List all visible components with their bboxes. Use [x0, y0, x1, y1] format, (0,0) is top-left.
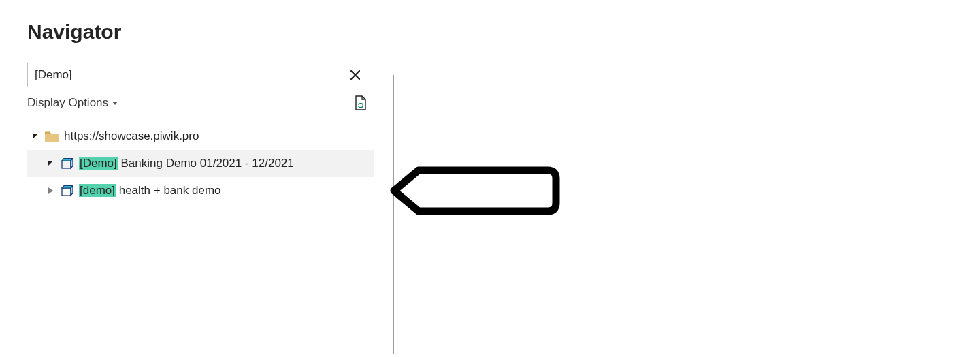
svg-rect-3	[62, 188, 71, 196]
tree-node-label: [demo] health + bank demo	[79, 184, 221, 198]
tree-node-text: health + bank demo	[116, 184, 221, 197]
tree-node-child-0[interactable]: [Demo] Banking Demo 01/2021 - 12/2021	[27, 150, 374, 177]
refresh-button[interactable]	[354, 95, 368, 110]
search-input[interactable]	[28, 64, 344, 86]
clear-search-button[interactable]	[344, 63, 367, 87]
search-highlight: [demo]	[79, 184, 116, 197]
tree-node-child-1[interactable]: [demo] health + bank demo	[27, 177, 374, 204]
search-highlight: [Demo]	[79, 157, 118, 170]
cube-icon	[60, 185, 74, 197]
navigator-tree: https://showcase.piwik.pro [Demo]	[27, 123, 374, 204]
tree-node-root[interactable]: https://showcase.piwik.pro	[27, 123, 374, 150]
tree-node-text: Banking Demo 01/2021 - 12/2021	[118, 157, 294, 170]
callout-arrow-annotation	[390, 166, 560, 218]
svg-marker-0	[33, 134, 38, 139]
folder-icon	[45, 130, 59, 142]
svg-rect-2	[62, 161, 71, 168]
display-options-dropdown[interactable]: Display Options	[27, 96, 118, 110]
triangle-expanded-icon	[32, 129, 39, 143]
options-row: Display Options	[27, 95, 368, 110]
close-icon	[350, 67, 360, 83]
chevron-down-icon	[112, 102, 118, 105]
cube-icon	[60, 157, 74, 170]
triangle-expanded-icon	[47, 157, 54, 170]
document-refresh-icon	[354, 95, 368, 110]
expander-toggle[interactable]	[31, 132, 39, 140]
triangle-collapsed-icon	[48, 187, 53, 194]
navigator-pane: Display Options	[27, 63, 374, 204]
tree-node-label: https://showcase.piwik.pro	[64, 129, 199, 143]
page-title: Navigator	[27, 20, 953, 44]
display-options-label: Display Options	[27, 96, 108, 110]
tree-node-label: [Demo] Banking Demo 01/2021 - 12/2021	[79, 157, 294, 170]
expander-toggle[interactable]	[46, 187, 54, 195]
search-box	[27, 63, 368, 87]
svg-marker-1	[48, 161, 53, 166]
expander-toggle[interactable]	[46, 159, 54, 168]
